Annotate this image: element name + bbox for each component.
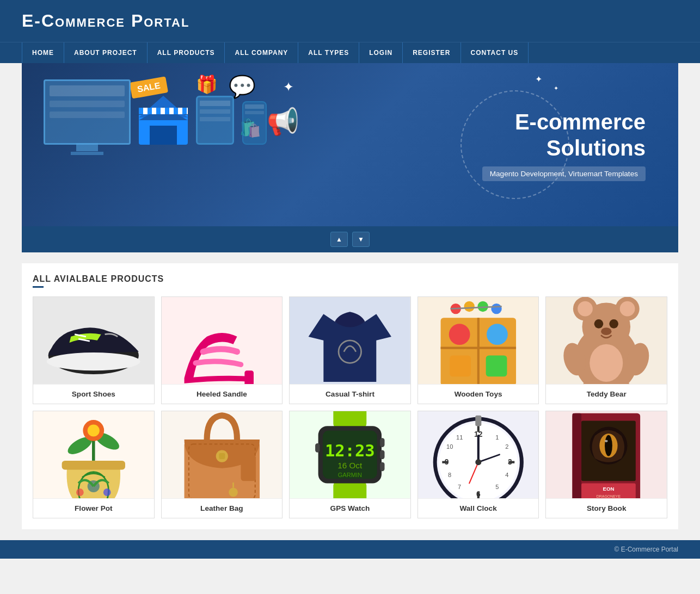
product-card-10[interactable]: EON DRAGONEYE REBORN ALISON GOODMAN Stor… bbox=[545, 411, 667, 518]
svg-text:GARMIN: GARMIN bbox=[338, 472, 362, 479]
svg-text:8: 8 bbox=[448, 472, 451, 479]
products-heading: ALL AVIALBALE PRODUCTS bbox=[33, 274, 667, 284]
nav-item-contact[interactable]: CONTACT US bbox=[461, 42, 529, 63]
svg-point-30 bbox=[610, 319, 619, 329]
product-card-7[interactable]: Leather Bag bbox=[161, 411, 283, 518]
speaker-icon: 📢 bbox=[267, 107, 299, 137]
heading-underline bbox=[33, 286, 44, 288]
svg-text:1: 1 bbox=[495, 434, 499, 441]
svg-point-101 bbox=[605, 440, 608, 442]
banner-controls: ▲ ▼ bbox=[22, 226, 678, 252]
banner-next-button[interactable]: ▼ bbox=[352, 232, 370, 247]
svg-point-48 bbox=[88, 425, 100, 437]
product-card-9[interactable]: 12 3 6 9 1 2 4 5 7 8 10 11 Wall Cl bbox=[417, 411, 539, 518]
svg-rect-67 bbox=[380, 462, 384, 472]
product-name-9: Wall Clock bbox=[418, 498, 539, 518]
svg-point-100 bbox=[605, 435, 612, 456]
svg-rect-54 bbox=[241, 455, 256, 481]
svg-rect-96 bbox=[573, 413, 582, 498]
product-name-10: Story Book bbox=[546, 498, 667, 518]
banner-subtitle: Magento Development, Virtuemart Template… bbox=[482, 166, 646, 181]
product-card-8[interactable]: 12:23 16 Oct GARMIN GPS Watch bbox=[289, 411, 411, 518]
svg-text:4: 4 bbox=[505, 472, 508, 479]
product-card-1[interactable]: Sport Shoes bbox=[33, 296, 155, 404]
svg-text:9: 9 bbox=[445, 457, 449, 466]
product-image-2 bbox=[162, 297, 283, 384]
svg-point-41 bbox=[76, 488, 84, 496]
product-image-8: 12:23 16 Oct GARMIN bbox=[290, 411, 410, 498]
svg-point-92 bbox=[475, 459, 481, 465]
svg-rect-58 bbox=[334, 411, 367, 429]
site-footer: © E-Commerce Portal bbox=[0, 540, 700, 559]
svg-point-14 bbox=[487, 324, 508, 345]
svg-point-32 bbox=[590, 344, 623, 382]
svg-rect-59 bbox=[334, 481, 367, 498]
svg-point-2 bbox=[47, 352, 140, 370]
product-card-6[interactable]: Flower Pot bbox=[33, 411, 155, 518]
nav-item-home[interactable]: HOME bbox=[22, 42, 64, 63]
nav-item-about[interactable]: ABOUT PROJECT bbox=[64, 42, 148, 63]
svg-text:2: 2 bbox=[505, 443, 508, 450]
product-card-4[interactable]: Wooden Toys bbox=[417, 296, 539, 404]
site-header: E-Commerce Portal bbox=[0, 0, 700, 42]
product-name-8: GPS Watch bbox=[290, 498, 410, 518]
product-name-3: Casual T-shirt bbox=[290, 384, 410, 404]
product-image-5 bbox=[546, 297, 667, 384]
svg-rect-16 bbox=[486, 356, 507, 377]
nav-item-login[interactable]: LOGIN bbox=[359, 42, 403, 63]
product-image-10: EON DRAGONEYE REBORN ALISON GOODMAN bbox=[546, 411, 667, 498]
svg-rect-65 bbox=[380, 438, 384, 448]
svg-text:16 Oct: 16 Oct bbox=[338, 461, 363, 470]
copyright-text: © E-Commerce Portal bbox=[614, 546, 678, 553]
svg-text:EON: EON bbox=[603, 486, 615, 492]
svg-text:11: 11 bbox=[456, 434, 463, 441]
svg-point-55 bbox=[229, 488, 238, 497]
product-image-6 bbox=[33, 411, 154, 498]
site-title: E-Commerce Portal bbox=[22, 11, 678, 31]
product-name-2: Heeled Sandle bbox=[162, 384, 283, 404]
product-image-7 bbox=[162, 411, 283, 498]
product-image-9: 12 3 6 9 1 2 4 5 7 8 10 11 bbox=[418, 411, 539, 498]
nav-item-register[interactable]: REGISTER bbox=[403, 42, 460, 63]
product-card-5[interactable]: Teddy Bear bbox=[545, 296, 667, 404]
product-image-4 bbox=[418, 297, 539, 384]
svg-text:10: 10 bbox=[446, 443, 453, 450]
product-name-1: Sport Shoes bbox=[33, 384, 154, 404]
svg-text:12:23: 12:23 bbox=[325, 441, 375, 460]
svg-rect-15 bbox=[450, 356, 471, 377]
svg-point-20 bbox=[491, 304, 501, 314]
product-card-3[interactable]: Casual T-shirt bbox=[289, 296, 411, 404]
product-card-2[interactable]: Heeled Sandle bbox=[161, 296, 283, 404]
svg-text:3: 3 bbox=[508, 457, 512, 466]
product-image-3 bbox=[290, 297, 410, 384]
svg-text:5: 5 bbox=[495, 484, 499, 491]
product-name-7: Leather Bag bbox=[162, 498, 283, 518]
product-image-1 bbox=[33, 297, 154, 384]
svg-point-26 bbox=[578, 301, 593, 317]
product-name-4: Wooden Toys bbox=[418, 384, 539, 404]
banner: SALE 🎁 💬 📢 🛍️ bbox=[22, 63, 678, 226]
svg-point-28 bbox=[620, 301, 635, 317]
banner-prev-button[interactable]: ▲ bbox=[330, 232, 348, 247]
svg-rect-68 bbox=[315, 443, 320, 453]
svg-rect-52 bbox=[219, 453, 225, 459]
nav-item-all-company[interactable]: ALL COMPANY bbox=[225, 42, 298, 63]
svg-point-42 bbox=[103, 488, 111, 496]
svg-point-31 bbox=[601, 327, 611, 335]
product-name-5: Teddy Bear bbox=[546, 384, 667, 404]
products-section: ALL AVIALBALE PRODUCTS Sport Shoes bbox=[22, 263, 678, 529]
banner-content: E-commerce Solutions Magento Development… bbox=[482, 109, 646, 181]
product-name-6: Flower Pot bbox=[33, 498, 154, 518]
svg-text:7: 7 bbox=[458, 484, 461, 491]
banner-title: E-commerce Solutions bbox=[482, 109, 646, 161]
svg-text:DRAGONEYE: DRAGONEYE bbox=[597, 494, 621, 498]
svg-rect-38 bbox=[62, 461, 125, 470]
svg-rect-93 bbox=[475, 416, 481, 426]
svg-point-18 bbox=[464, 301, 474, 312]
svg-point-29 bbox=[594, 319, 604, 329]
svg-text:6: 6 bbox=[476, 490, 481, 498]
svg-point-13 bbox=[449, 324, 470, 345]
nav-item-all-types[interactable]: ALL TYPES bbox=[298, 42, 359, 63]
products-grid: Sport Shoes Heeled Sandle bbox=[33, 296, 667, 518]
nav-item-all-products[interactable]: ALL PRODUCTS bbox=[148, 42, 225, 63]
